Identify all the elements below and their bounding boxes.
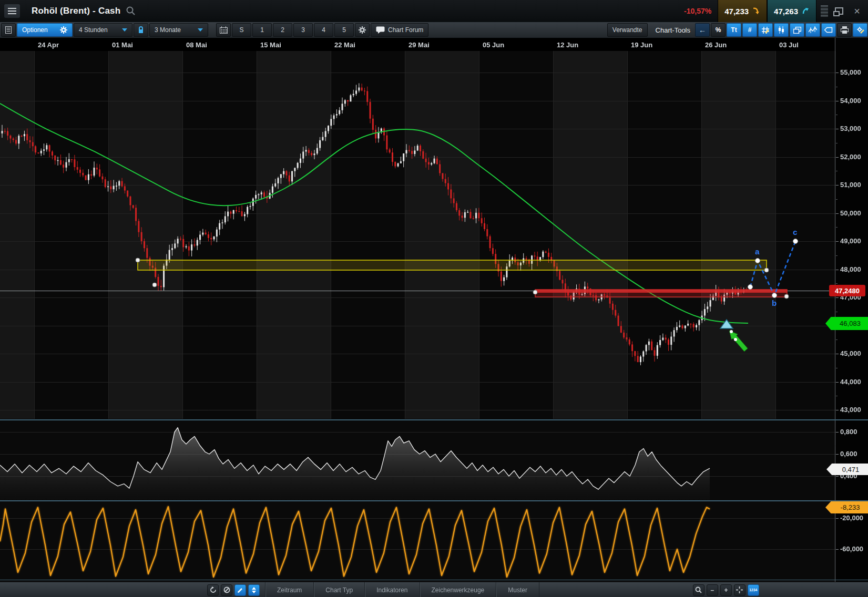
refresh-icon[interactable]	[207, 584, 219, 596]
date-axis-label: 26 Jun	[705, 41, 727, 49]
indicator1-axis-label: 0,600	[840, 450, 857, 458]
bottom-button-zeitraum[interactable]: Zeitraum	[265, 582, 314, 597]
speed-button-5[interactable]: 5	[334, 23, 354, 37]
trading-app: Rohöl (Brent) - Cash -10,57% 47,233 47,2…	[0, 0, 868, 597]
arrow-handle[interactable]	[734, 338, 737, 341]
restore-window-icon[interactable]	[832, 4, 846, 18]
yellow-range-rectangle[interactable]	[138, 260, 767, 270]
disable-drawings-icon[interactable]	[221, 584, 232, 596]
panel-divider[interactable]	[0, 419, 868, 420]
speed-button-S[interactable]: S	[232, 23, 251, 37]
panel-divider[interactable]	[0, 500, 868, 501]
buy-price: 47,263	[774, 7, 798, 16]
abc-label[interactable]: b	[772, 298, 777, 307]
speed-button-3[interactable]: 3	[293, 23, 313, 37]
price-axis-label: 53,000	[840, 125, 861, 132]
drawing-handle[interactable]	[136, 258, 140, 262]
lock-icon[interactable]	[134, 23, 148, 37]
speech-bubble-icon	[376, 26, 385, 34]
arrow-handle[interactable]	[730, 330, 733, 333]
price-axis-label: 50,000	[840, 209, 861, 217]
callout-tool-button[interactable]	[821, 23, 836, 37]
buy-price-button[interactable]: 47,263	[767, 0, 816, 22]
gear-icon	[60, 26, 67, 34]
abc-point-handle[interactable]	[748, 285, 753, 290]
price-axis-label: 51,000	[840, 181, 861, 189]
price-axis-label: 45,000	[840, 349, 861, 357]
speed-button-1[interactable]: 1	[252, 23, 272, 37]
chart-settings-gear-icon[interactable]	[355, 23, 370, 37]
speed-button-2[interactable]: 2	[273, 23, 292, 37]
interval-dropdown[interactable]: 4 Stunden	[74, 23, 132, 37]
abc-point-handle[interactable]	[772, 293, 777, 298]
panel-divider[interactable]	[0, 580, 868, 580]
sell-price: 47,233	[724, 7, 749, 16]
close-icon[interactable]: ×	[850, 4, 864, 18]
price-axis-label: 43,000	[840, 406, 861, 414]
price-axis-label: 48,000	[840, 265, 861, 273]
settings-edit-icon[interactable]	[853, 23, 867, 37]
search-icon[interactable]	[126, 6, 136, 16]
range-label: 3 Monate	[155, 26, 181, 34]
indicator2-axis-label: -60,000	[840, 545, 863, 553]
chart-forum-button[interactable]: Chart Forum	[371, 23, 428, 37]
sell-price-button[interactable]: 47,233	[718, 0, 767, 22]
ma-value-tag: 46,083	[825, 317, 868, 330]
print-icon[interactable]	[837, 23, 852, 37]
red-range-top-band[interactable]	[535, 290, 787, 293]
price-axis-label: 44,000	[840, 378, 861, 386]
indicator2-axis-label: -20,000	[840, 514, 863, 522]
drag-handle[interactable]	[821, 5, 828, 17]
news-list-icon[interactable]	[1, 23, 16, 37]
candlestick-tool-button[interactable]	[774, 23, 789, 37]
crosshair-icon[interactable]	[734, 584, 746, 596]
bottom-buttons: ZeitraumChart TypIndikatorenZeichenwerkz…	[265, 582, 539, 597]
pattern-tool-button[interactable]	[805, 23, 820, 37]
speed-buttons: S12345	[231, 23, 354, 37]
percent-tool-button[interactable]: %	[711, 23, 726, 37]
drawing-handle[interactable]	[764, 268, 769, 272]
abc-label[interactable]: c	[793, 228, 797, 236]
speed-button-4[interactable]: 4	[314, 23, 333, 37]
related-button[interactable]: Verwandte	[607, 23, 648, 37]
chart-tools-label: Chart-Tools	[656, 26, 690, 34]
last-price-tag: 47,2480	[829, 285, 865, 296]
abc-label[interactable]: a	[755, 247, 760, 256]
date-axis-label: 01 Mai	[112, 41, 133, 49]
zoom-icon[interactable]	[693, 584, 704, 596]
chart-area[interactable]: abc 24 Apr01 Mai08 Mai15 Mai22 Mai29 Mai…	[0, 38, 868, 582]
drawing-handle[interactable]	[784, 294, 789, 298]
abc-point-handle[interactable]	[755, 259, 760, 263]
drawing-handle[interactable]	[152, 283, 157, 287]
options-button[interactable]: Optionen	[17, 23, 73, 37]
menu-icon[interactable]	[4, 4, 20, 18]
date-axis-label: 05 Jun	[483, 41, 504, 49]
triangle-marker[interactable]	[720, 320, 733, 328]
grid-tool-button[interactable]: #	[742, 23, 757, 37]
range-dropdown[interactable]: 3 Monate	[149, 23, 208, 37]
green-arrow-annotation[interactable]	[729, 331, 748, 352]
date-axis-label: 15 Mai	[260, 41, 281, 49]
price-axis-label: 52,000	[840, 153, 861, 161]
draw-pencil-icon[interactable]	[234, 584, 246, 596]
numbers-display-button[interactable]: 1234	[748, 584, 759, 596]
layers-tool-button[interactable]	[790, 23, 804, 37]
bottom-button-zeichenwerkzeuge[interactable]: Zeichenwerkzeuge	[420, 582, 497, 597]
drawing-handle[interactable]	[533, 290, 537, 294]
bottom-button-chart-typ[interactable]: Chart Typ	[314, 582, 365, 597]
bottom-button-muster[interactable]: Muster	[496, 582, 539, 597]
text-tool-button[interactable]: Tt	[727, 23, 741, 37]
bottom-button-indikatoren[interactable]: Indikatoren	[365, 582, 420, 597]
grid-edit-tool-button[interactable]	[758, 23, 773, 37]
options-label: Optionen	[22, 26, 48, 34]
zoom-in-button[interactable]: +	[720, 584, 732, 596]
chevron-down-icon	[122, 28, 127, 32]
calendar-icon[interactable]	[216, 23, 231, 37]
bottom-toolbar: ZeitraumChart TypIndikatorenZeichenwerkz…	[0, 582, 868, 597]
undo-tool-button[interactable]: ←	[695, 23, 710, 37]
zoom-out-button[interactable]: –	[707, 584, 718, 596]
price-axis-label: 55,000	[840, 68, 861, 76]
date-axis-label: 24 Apr	[38, 41, 59, 49]
sort-arrows-icon[interactable]	[248, 584, 260, 596]
abc-point-handle[interactable]	[793, 239, 798, 244]
